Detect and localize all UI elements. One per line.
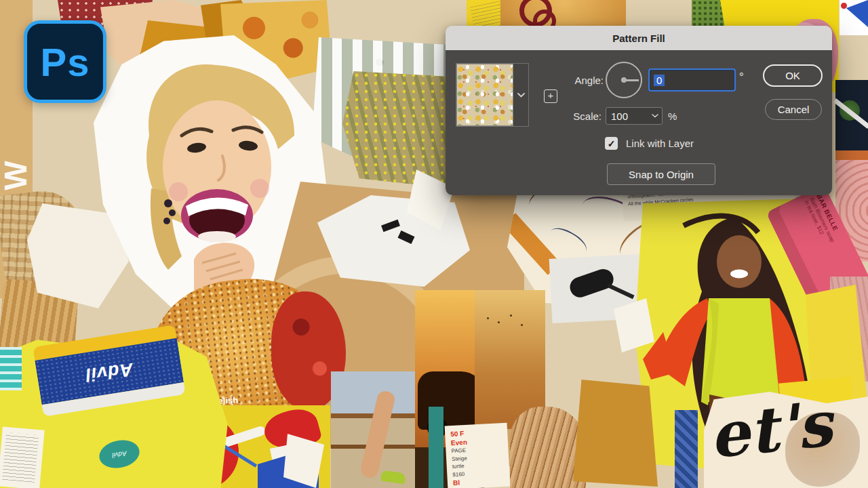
angle-dial[interactable] bbox=[606, 62, 642, 98]
link-with-layer-checkbox[interactable]: ✓ bbox=[605, 137, 618, 150]
mirror-arm bbox=[607, 283, 635, 299]
pattern-fill-dialog: Pattern Fill + Angle: 0 ° Scale: bbox=[446, 26, 832, 195]
chevron-down-icon bbox=[652, 114, 658, 118]
scribble-mark bbox=[381, 220, 400, 232]
flower-field-photo bbox=[342, 71, 454, 188]
cancel-button-label: Cancel bbox=[778, 104, 810, 115]
mustard-bottom bbox=[573, 380, 658, 487]
advil-brand-can: Advil bbox=[84, 358, 134, 384]
angle-input-selected-text: 0 bbox=[654, 75, 665, 86]
ok-button[interactable]: OK bbox=[763, 64, 823, 87]
dialog-title: Pattern Fill bbox=[612, 33, 665, 44]
dialog-titlebar[interactable]: Pattern Fill bbox=[446, 26, 832, 51]
snap-to-origin-button[interactable]: Snap to Origin bbox=[607, 163, 715, 185]
angle-unit: ° bbox=[739, 70, 744, 84]
angle-dial-center-dot bbox=[621, 77, 627, 83]
smallprint-paper bbox=[0, 426, 45, 488]
pattern-picker-dropdown[interactable] bbox=[456, 63, 529, 127]
teal-box bbox=[0, 347, 22, 390]
chevron-down-icon bbox=[517, 93, 525, 98]
link-with-layer-label: Link with Layer bbox=[626, 138, 694, 149]
window-photo bbox=[835, 80, 868, 160]
plus-icon: + bbox=[548, 89, 554, 101]
dialog-body: + Angle: 0 ° Scale: 100 % ✓ Link with La… bbox=[446, 50, 832, 195]
cancel-button[interactable]: Cancel bbox=[765, 99, 822, 120]
new-pattern-button[interactable]: + bbox=[544, 89, 557, 103]
photoshop-logo: Ps bbox=[24, 20, 106, 103]
advil-brand-pill: Advil bbox=[111, 449, 127, 459]
ets-paper: et's bbox=[704, 392, 868, 488]
scale-chevron[interactable] bbox=[648, 114, 662, 118]
checkmark-icon: ✓ bbox=[608, 138, 616, 149]
boardwalk-photo bbox=[331, 371, 425, 488]
angle-label: Angle: bbox=[561, 75, 604, 86]
serif-fragment: et's bbox=[706, 392, 835, 472]
pastry-photo bbox=[500, 0, 626, 28]
orange-building bbox=[835, 150, 868, 160]
scale-unit: % bbox=[668, 110, 677, 122]
denim-strip bbox=[675, 410, 698, 488]
ok-button-label: OK bbox=[785, 70, 800, 81]
blue-triangle bbox=[846, 0, 868, 27]
snap-to-origin-label: Snap to Origin bbox=[629, 169, 694, 180]
smallprint-lines bbox=[2, 432, 39, 483]
blue-corner-bit bbox=[840, 0, 868, 35]
pattern-picker-chevron-strip[interactable] bbox=[513, 64, 528, 126]
scale-label: Scale: bbox=[561, 110, 601, 122]
angle-input[interactable]: 0 bbox=[650, 70, 734, 90]
scribble-mark2 bbox=[397, 230, 414, 244]
scale-select[interactable]: 100 bbox=[606, 107, 663, 125]
pattern-thumbnail[interactable] bbox=[456, 64, 513, 126]
bird-specks bbox=[487, 317, 489, 319]
red-dot bbox=[841, 3, 847, 9]
price-tag: 50 F Even PAGE Steige turtle $160 Bl bbox=[445, 423, 511, 488]
teal-strip bbox=[429, 407, 443, 488]
photoshop-logo-text: Ps bbox=[41, 39, 90, 85]
scale-value: 100 bbox=[611, 110, 648, 122]
